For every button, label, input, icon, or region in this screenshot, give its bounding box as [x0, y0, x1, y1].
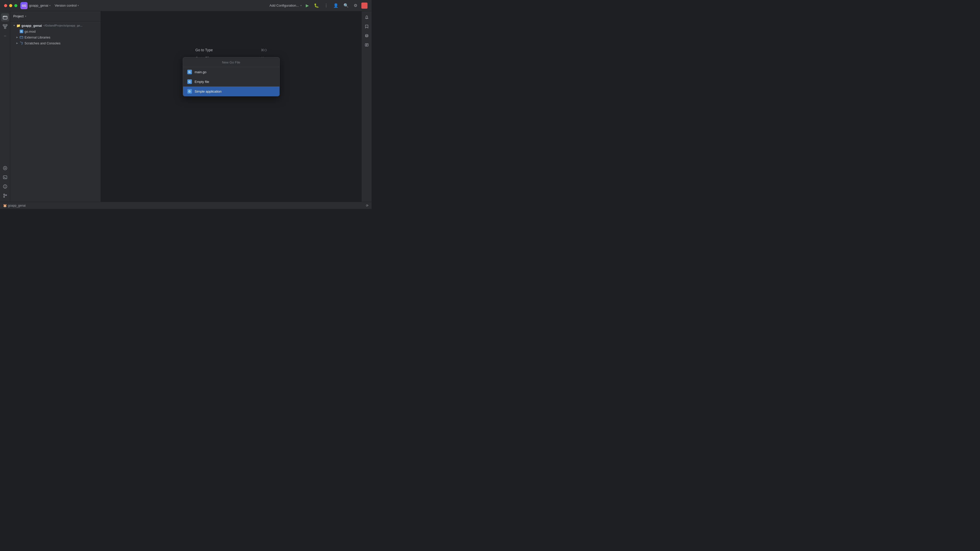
run-button[interactable]: ▶ [305, 2, 310, 9]
sidebar-icon-problems[interactable] [1, 183, 9, 191]
right-sidebar-icons [361, 11, 372, 202]
titlebar: GG goapp_genai ▾ Version control ▾ Add C… [0, 0, 372, 11]
debug-button[interactable]: 🐛 [313, 2, 320, 9]
gomod-expand-icon [15, 30, 19, 33]
sidebar-icon-structure[interactable] [1, 22, 9, 30]
tree-item-external-libraries[interactable]: ▶ External Libraries [14, 35, 100, 40]
tree-item-scratches[interactable]: ▶ Scratches and Consoles [14, 40, 100, 46]
statusbar-sync-icon[interactable]: ⟳ [366, 204, 369, 207]
scratches-expand-icon[interactable]: ▶ [15, 41, 19, 45]
statusbar: 🐹 goapp_genai ⟳ [0, 202, 372, 209]
project-title[interactable]: Project ▾ [13, 14, 26, 18]
vcs-chevron-icon: ▾ [78, 4, 79, 7]
svg-rect-2 [6, 24, 7, 26]
new-go-file-popup: New Go File G main.go G Empty file G [183, 57, 280, 97]
right-sidebar-notifications[interactable] [363, 13, 371, 21]
tree-item-root[interactable]: ▾ 📁 goapp_genai ~/GolandProjects/goapp_g… [11, 23, 100, 28]
vcs-selector[interactable]: Version control ▾ [55, 3, 79, 7]
project-panel-chevron-icon: ▾ [25, 15, 26, 17]
collab-button[interactable]: 👤 [332, 2, 339, 9]
sidebar-icon-folder[interactable] [1, 13, 9, 21]
project-chevron-icon: ▾ [49, 4, 51, 7]
right-sidebar-bookmarks[interactable] [363, 22, 371, 30]
svg-point-15 [3, 194, 5, 195]
editor-area: Go to Type ⌘O Go to File ⇧⌘O Recent File… [101, 11, 361, 202]
project-tree: ▾ 📁 goapp_genai ~/GolandProjects/goapp_g… [10, 21, 100, 202]
statusbar-project[interactable]: 🐹 goapp_genai [3, 204, 25, 207]
project-panel: Project ▾ ▾ 📁 goapp_genai ~/GolandProjec… [10, 11, 101, 202]
svg-point-23 [366, 35, 368, 35]
popup-title: New Go File [183, 57, 280, 67]
go-file-icon-simple-app: G [187, 89, 192, 94]
sidebar-icon-run[interactable] [1, 164, 9, 172]
left-sidebar-icons: ··· [0, 11, 10, 202]
ext-libs-icon [19, 35, 24, 39]
expand-icon[interactable]: ▾ [12, 24, 16, 27]
titlebar-actions: Add Configuration... ▾ ▶ 🐛 ⋮ 👤 🔍 ⚙ [269, 2, 368, 9]
statusbar-left: 🐹 goapp_genai [3, 204, 25, 207]
right-sidebar-grazie[interactable] [363, 41, 371, 49]
right-sidebar-database[interactable] [363, 32, 371, 40]
tree-item-gomod[interactable]: G go.mod [14, 29, 100, 34]
statusbar-project-icon: 🐹 [3, 204, 7, 207]
popup-item-simple-app[interactable]: G Simple application [183, 86, 280, 96]
svg-rect-3 [4, 27, 6, 29]
run-config-selector[interactable]: Add Configuration... ▾ [269, 3, 302, 7]
svg-rect-10 [3, 176, 7, 179]
search-everywhere-button[interactable]: 🔍 [342, 2, 350, 9]
app-logo: GG [21, 2, 27, 9]
statusbar-right: ⟳ [366, 204, 369, 207]
popup-item-empty-file[interactable]: G Empty file [183, 77, 280, 86]
more-options-button[interactable]: ⋮ [323, 2, 329, 9]
go-file-icon-main: G [187, 69, 192, 75]
user-avatar[interactable] [361, 3, 368, 9]
go-file-icon-empty: G [187, 79, 192, 84]
minimize-button[interactable] [9, 4, 12, 7]
svg-point-16 [3, 197, 5, 197]
sidebar-icon-git[interactable] [1, 192, 9, 200]
project-header: Project ▾ [10, 11, 100, 21]
svg-marker-9 [5, 167, 6, 169]
popup-item-main-go[interactable]: G main.go [183, 67, 280, 77]
maximize-button[interactable] [14, 4, 18, 7]
run-config-chevron-icon: ▾ [301, 4, 302, 7]
main-layout: ··· [0, 11, 372, 202]
gomod-icon: G [19, 29, 24, 33]
svg-rect-19 [20, 36, 23, 38]
svg-rect-1 [3, 24, 5, 26]
scratch-icon [19, 41, 24, 45]
traffic-lights [4, 4, 18, 7]
ext-libs-expand-icon[interactable]: ▶ [15, 35, 19, 39]
sidebar-icon-terminal[interactable] [1, 173, 9, 181]
settings-button[interactable]: ⚙ [353, 2, 358, 9]
popup-overlay: New Go File G main.go G Empty file G [101, 11, 361, 202]
folder-icon: 📁 [16, 24, 21, 27]
sidebar-icon-more[interactable]: ··· [1, 32, 9, 40]
close-button[interactable] [4, 4, 7, 7]
project-selector[interactable]: goapp_genai ▾ [29, 3, 51, 7]
